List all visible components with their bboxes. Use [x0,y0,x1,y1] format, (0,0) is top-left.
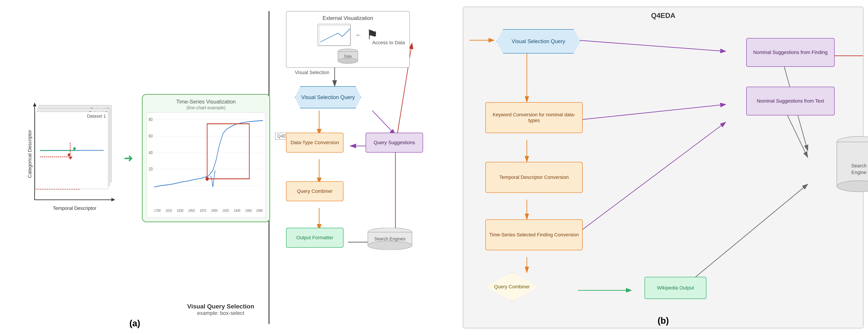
qc-box-right: Query Combiner [486,272,538,301]
svg-line-23 [372,111,396,135]
svg-rect-19 [207,124,249,179]
svg-line-54 [578,104,726,120]
svg-line-51 [578,40,726,51]
section-b-mid: External Visualization ← ⚑ [273,4,461,331]
svg-text:1810: 1810 [165,209,172,213]
svg-text:Search Engines: Search Engines [374,236,405,241]
svg-line-60 [685,184,808,286]
viz-title: Time-Series Visualization [147,99,266,105]
svg-text:20: 20 [149,166,153,172]
panel-b-label: (b) [658,316,669,326]
svg-rect-35 [319,25,350,45]
svg-text:1900: 1900 [211,209,218,213]
svg-text:Engine: Engine [851,170,867,175]
se-box-mid: Search Engines [366,228,414,250]
svg-line-55 [578,122,726,233]
dataset-card-1: Dataset 1 [35,112,108,189]
x-axis-label: Temporal Descriptor [34,206,115,211]
panel-a-label: (a) [129,318,141,328]
svg-text:1870: 1870 [199,209,206,213]
dataset-1-label: Dataset 1 [87,114,106,119]
vqs-sublabel: example: box-select [197,310,244,316]
vsq-box-right: Visual Selection Query [496,29,581,54]
tsfc-box: Time-Series Selected Finding Conversion [486,219,583,250]
q4eda-title: Q4EDA [468,11,859,20]
svg-text:1920: 1920 [222,209,229,213]
svg-text:60: 60 [149,133,153,139]
svg-text:1830: 1830 [177,209,183,213]
nsf-box: Nominal Suggestions from Finding [746,38,835,67]
svg-text:1940: 1940 [234,209,241,213]
svg-text:1980: 1980 [256,209,263,213]
dtc-box: Data-Type Conversion [286,133,343,153]
kc-box: Keyword Conversion for nominal data-type… [486,102,583,133]
svg-point-38 [338,58,358,63]
svg-point-20 [206,177,209,181]
visual-selection-label: Visual Selection [295,70,329,75]
section-b-right: Q4EDA [463,7,864,328]
nst-box: Nominal Suggestions from Text [746,87,835,115]
svg-text:1960: 1960 [245,209,252,213]
svg-text:80: 80 [149,117,153,122]
visual-query-box: Time-Series Visualization (line-chart ex… [142,94,270,222]
tdc-box: Temporal Descriptor Conversion [486,162,583,193]
qc-box-mid: Query Combiner [286,181,343,201]
vsq-box-mid: Visual Selection Query [295,86,361,108]
se-box-right: Search Engine [835,135,868,197]
access-to-data-label: Access to Data [372,40,405,45]
of-box: Output Formatter [286,228,343,248]
svg-text:Data: Data [344,54,352,58]
green-arrow-right: ➜ [124,152,133,164]
svg-text:40: 40 [149,150,153,155]
section-a: Categorical Descriptor Temporal Descript… [4,4,265,331]
ext-viz-title: External Visualization [290,15,406,21]
y-axis-label: Categorical Descriptor [27,138,33,178]
svg-text:Search: Search [851,163,867,169]
viz-subtitle: (line-chart example) [147,105,266,110]
svg-text:1850: 1850 [188,209,195,213]
wo-box: Wikipedia Output [645,277,706,299]
qs-box: Query Suggestions [366,133,423,153]
ext-viz-box: External Visualization ← ⚑ [286,11,410,68]
svg-text:1790: 1790 [154,209,161,213]
vqs-label: Visual Query Selection [187,303,254,310]
svg-point-42 [368,241,412,250]
